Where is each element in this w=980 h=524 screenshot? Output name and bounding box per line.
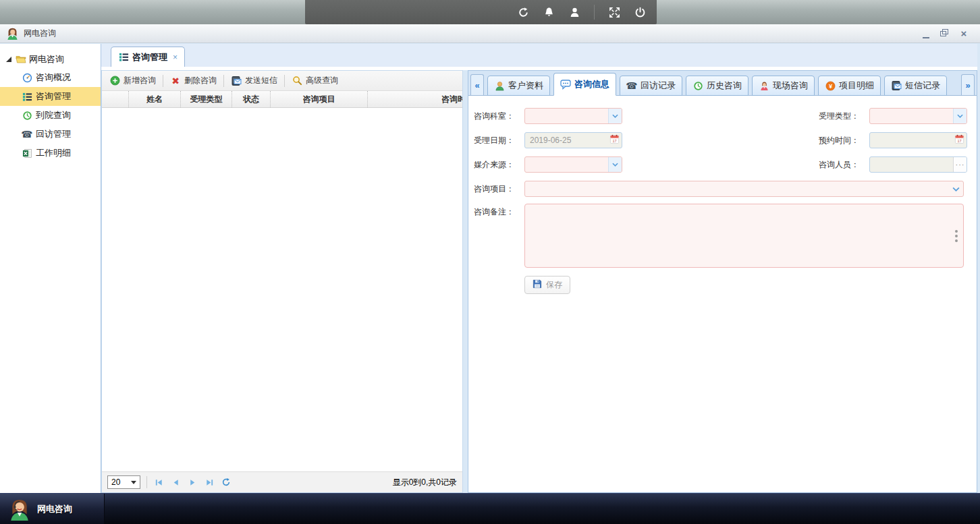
project-combobox-value[interactable]	[525, 181, 948, 196]
last-page-button[interactable]	[204, 477, 215, 488]
column-header-consult-time[interactable]: 咨询时间	[368, 91, 462, 107]
power-icon[interactable]	[634, 6, 646, 18]
tree-root-label: 网电咨询	[29, 53, 64, 65]
svg-text:17: 17	[957, 139, 961, 143]
phone-icon: ☎	[626, 80, 637, 91]
sidebar-item-consult-overview[interactable]: 咨询概况	[0, 68, 101, 87]
list-icon	[22, 91, 32, 102]
tab-scroll-right-button[interactable]: »	[961, 74, 975, 95]
tab-history-consult[interactable]: 历史咨询	[686, 76, 748, 96]
sidebar-item-arrival-query[interactable]: 到院查询	[0, 106, 101, 125]
dept-combobox[interactable]	[524, 108, 622, 124]
accept-date-field[interactable]: 2019-06-25 17	[524, 132, 622, 148]
restore-button[interactable]	[940, 29, 950, 38]
chevron-down-icon[interactable]	[948, 181, 963, 196]
accept-type-label: 受理类型：	[819, 111, 869, 122]
sidebar-tree: 网电咨询 咨询概况 咨询管理 到院查询 ☎ 回访管理	[0, 44, 101, 493]
tab-close-icon[interactable]: ×	[173, 53, 178, 62]
advanced-search-button[interactable]: 高级查询	[287, 73, 343, 88]
sidebar-item-work-detail[interactable]: 工作明细	[0, 144, 101, 163]
add-consult-button[interactable]: 新增咨询	[105, 73, 161, 88]
fullscreen-icon[interactable]	[608, 6, 620, 18]
note-textarea[interactable]	[524, 204, 964, 268]
tab-project-detail[interactable]: ¥ 项目明细	[818, 76, 881, 96]
delete-consult-button[interactable]: ✖ 删除咨询	[165, 73, 221, 88]
app-avatar-icon	[6, 27, 19, 40]
minimize-button[interactable]	[921, 29, 931, 38]
project-combobox[interactable]	[524, 181, 964, 197]
tab-consult-manage[interactable]: 咨询管理 ×	[111, 47, 185, 67]
ellipsis-picker-button[interactable]: ···	[953, 157, 967, 172]
page-size-select[interactable]: 20	[107, 475, 140, 489]
chevron-down-icon[interactable]	[953, 109, 967, 123]
send-sms-button[interactable]: 发送短信	[226, 73, 282, 88]
user-account-icon[interactable]	[568, 6, 580, 18]
column-header-name[interactable]: 姓名	[129, 91, 181, 107]
refresh-icon[interactable]	[517, 6, 529, 18]
tab-label: 现场咨询	[773, 80, 808, 92]
consult-info-form: 咨询科室： 受理类型：	[468, 96, 977, 492]
sidebar-item-label: 到院查询	[36, 109, 71, 121]
save-button[interactable]: 保存	[524, 276, 570, 294]
column-header-checkbox[interactable]	[102, 91, 129, 107]
tab-onsite-consult[interactable]: 现场咨询	[752, 76, 815, 96]
tab-consult-info[interactable]: 咨询信息	[553, 73, 616, 96]
clock-icon	[692, 80, 703, 91]
grid-toolbar: 新增咨询 ✖ 删除咨询 发送短信	[102, 71, 462, 91]
prev-page-button[interactable]	[170, 477, 181, 488]
dept-combobox-value[interactable]	[525, 109, 608, 123]
notifications-bell-icon[interactable]	[543, 6, 555, 18]
sidebar-item-callback-manage[interactable]: ☎ 回访管理	[0, 125, 101, 144]
project-label: 咨询项目：	[474, 183, 524, 195]
accept-type-combobox[interactable]	[869, 108, 967, 124]
column-header-status[interactable]: 状态	[232, 91, 271, 107]
grid-empty-body[interactable]	[102, 108, 462, 471]
tree-root-node[interactable]: 网电咨询	[0, 51, 101, 68]
button-label: 发送短信	[245, 75, 277, 86]
detail-tabbar: « 客户资料 咨询信息 ☎	[468, 71, 977, 96]
tab-callback-record[interactable]: ☎ 回访记录	[620, 76, 682, 96]
pager-divider	[146, 476, 147, 488]
tab-label: 短信记录	[905, 80, 940, 92]
system-icon-tray	[305, 0, 657, 24]
tab-sms-record[interactable]: 短信记录	[884, 76, 947, 96]
resize-gripper-icon[interactable]	[955, 228, 958, 244]
phone-icon: ☎	[22, 129, 32, 140]
close-button[interactable]: ×	[959, 29, 969, 38]
toolbar-divider	[223, 75, 224, 87]
window-titlebar: 网电咨询 ×	[0, 24, 980, 43]
calendar-icon[interactable]: 17	[609, 134, 620, 146]
column-header-project[interactable]: 咨询项目	[271, 91, 368, 107]
taskbar-item-consult-app[interactable]: 网电咨询	[0, 494, 105, 524]
next-page-button[interactable]	[187, 477, 198, 488]
tray-divider	[594, 5, 595, 20]
svg-text:¥: ¥	[828, 82, 832, 89]
accept-date-value: 2019-06-25	[530, 136, 609, 145]
tab-scroll-left-button[interactable]: «	[470, 74, 484, 95]
media-source-combobox-value[interactable]	[525, 157, 608, 172]
folder-open-icon	[16, 54, 26, 65]
tab-label: 回访记录	[641, 80, 676, 92]
chevron-down-icon[interactable]	[608, 109, 622, 123]
yen-icon: ¥	[825, 80, 836, 91]
content-row: 新增咨询 ✖ 删除咨询 发送短信	[101, 67, 977, 493]
calendar-icon[interactable]: 17	[954, 134, 964, 146]
delete-icon: ✖	[170, 76, 181, 86]
first-page-button[interactable]	[153, 477, 164, 488]
sidebar-item-consult-manage[interactable]: 咨询管理	[0, 87, 101, 106]
button-label: 删除咨询	[184, 75, 217, 86]
chevron-down-icon[interactable]	[608, 157, 622, 172]
reload-icon[interactable]	[221, 477, 232, 488]
tab-customer-info[interactable]: 客户资料	[487, 76, 550, 96]
media-source-combobox[interactable]	[524, 156, 622, 173]
consultant-field[interactable]: ···	[869, 156, 967, 173]
tree-expand-icon[interactable]	[6, 57, 11, 62]
accept-type-combobox-value[interactable]	[870, 109, 953, 123]
column-header-accept-type[interactable]: 受理类型	[181, 91, 232, 107]
save-label: 保存	[546, 279, 562, 291]
grid-pager: 20	[102, 471, 462, 492]
appoint-time-field[interactable]: 17	[869, 132, 967, 148]
sidebar-item-label: 工作明细	[36, 147, 71, 159]
panel-splitter[interactable]	[463, 70, 468, 493]
window-controls: ×	[921, 29, 974, 38]
